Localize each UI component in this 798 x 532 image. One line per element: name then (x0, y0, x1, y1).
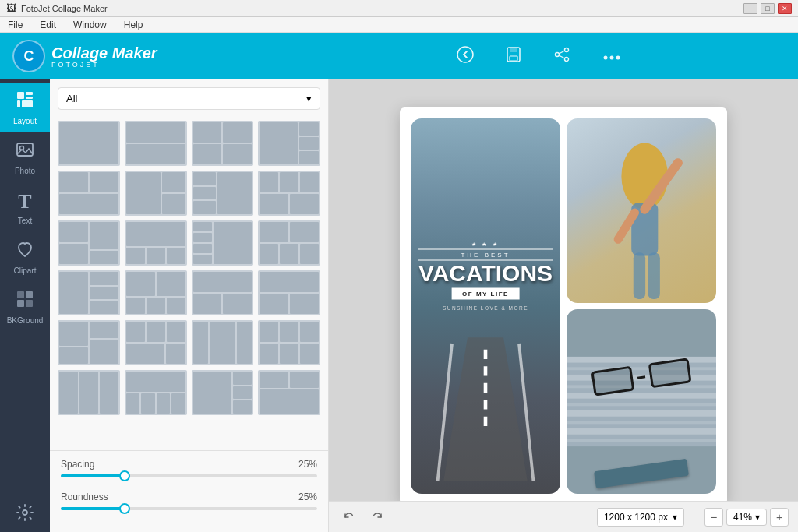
layout-thumb[interactable] (192, 370, 254, 415)
menu-edit[interactable]: Edit (37, 18, 59, 32)
layout-thumb[interactable] (125, 121, 187, 166)
redo-button[interactable] (366, 506, 388, 528)
lt-block (126, 122, 185, 143)
lt-block (167, 248, 185, 264)
menu-help[interactable]: Help (121, 18, 147, 32)
layout-thumb[interactable] (192, 270, 254, 315)
menu-window[interactable]: Window (70, 18, 110, 32)
lt-block (214, 222, 252, 264)
lt-block (59, 122, 118, 164)
roundness-slider-thumb[interactable] (119, 503, 130, 514)
size-selector[interactable]: 1200 x 1200 px ▾ (597, 508, 684, 527)
layout-thumb[interactable] (58, 370, 120, 415)
layout-thumb[interactable] (58, 320, 120, 365)
layout-thumb[interactable] (258, 370, 320, 415)
tool-bkground[interactable]: BKGround (0, 282, 50, 332)
lt-block (233, 386, 252, 400)
svg-rect-2 (510, 48, 517, 52)
lt-block (157, 272, 185, 296)
lt-block (290, 372, 319, 388)
tool-bkground-label: BKGround (7, 316, 44, 325)
layout-thumb[interactable] (192, 320, 254, 365)
spacing-label-row: Spacing 25% (61, 459, 317, 470)
lt-block (126, 322, 145, 342)
lt-block (126, 272, 155, 296)
tool-clipart[interactable]: Clipart (0, 232, 50, 282)
lt-block (260, 122, 298, 164)
settings-button[interactable] (0, 493, 50, 532)
svg-rect-3 (510, 56, 517, 61)
lt-block (193, 372, 231, 414)
layout-row-1 (58, 121, 320, 166)
of-my-life-text: OF MY LIFE (451, 287, 520, 299)
photo-glasses-cell[interactable] (567, 309, 716, 494)
undo-button[interactable] (338, 506, 360, 528)
lt-block (280, 344, 298, 364)
photo-girl-cell[interactable] (567, 118, 716, 303)
lt-block (223, 294, 252, 314)
layout-thumb[interactable] (192, 220, 254, 266)
lt-block (299, 122, 319, 136)
spacing-label: Spacing (61, 459, 94, 470)
layout-thumb[interactable] (58, 270, 120, 315)
layout-row-2 (58, 171, 320, 216)
logo-circle: C (12, 40, 45, 72)
lt-block (223, 144, 252, 164)
dropdown-value: All (66, 93, 77, 104)
share-button[interactable] (553, 46, 570, 67)
layout-thumb[interactable] (58, 121, 120, 166)
layout-filter-dropdown[interactable]: All ▾ (58, 87, 320, 110)
photo-road-cell[interactable]: ★ ★ ★ THE BEST VACATIONS OF MY LIFE SUNS… (411, 118, 560, 494)
layout-panel: All ▾ (50, 79, 329, 532)
layout-thumb[interactable] (125, 220, 187, 266)
spacing-slider-thumb[interactable] (119, 470, 130, 481)
layout-thumb[interactable] (258, 171, 320, 216)
roundness-slider-track[interactable] (61, 507, 317, 510)
lt-block (210, 322, 235, 364)
layout-thumb[interactable] (58, 171, 120, 216)
svg-point-28 (621, 143, 668, 210)
tool-layout[interactable]: Layout (0, 83, 50, 132)
lt-block (237, 322, 252, 364)
layout-thumb[interactable] (258, 121, 320, 166)
zoom-out-button[interactable]: − (704, 508, 723, 527)
lt-block (193, 122, 222, 143)
lt-block (147, 248, 165, 264)
layout-thumb[interactable] (125, 171, 187, 216)
lt-block (260, 272, 319, 292)
maximize-button[interactable]: □ (761, 3, 775, 14)
roundness-value: 25% (298, 491, 317, 502)
tool-text-label: Text (18, 217, 32, 225)
lt-block (126, 344, 164, 364)
layout-thumb[interactable] (125, 320, 187, 365)
more-button[interactable] (602, 48, 622, 65)
layout-thumb[interactable] (125, 370, 187, 415)
lt-block (193, 201, 217, 214)
svg-rect-33 (648, 253, 660, 300)
back-button[interactable] (457, 46, 474, 67)
zoom-value-display[interactable]: 41% ▾ (726, 509, 767, 526)
panel-header: All ▾ (50, 79, 328, 116)
lt-col (193, 122, 222, 164)
layout-thumb[interactable] (258, 220, 320, 266)
layout-thumb[interactable] (192, 171, 254, 216)
lt-block (141, 393, 154, 414)
save-button[interactable] (505, 46, 522, 67)
layout-thumb[interactable] (125, 270, 187, 315)
layout-thumb[interactable] (58, 220, 120, 266)
minimize-button[interactable]: ─ (743, 3, 757, 14)
lt-block (223, 122, 252, 143)
close-button[interactable]: ✕ (778, 3, 792, 14)
layout-thumb[interactable] (258, 320, 320, 365)
spacing-slider-track[interactable] (61, 474, 317, 477)
tool-text[interactable]: T Text (0, 182, 50, 232)
zoom-in-button[interactable]: + (770, 508, 789, 527)
tool-photo[interactable]: Photo (0, 132, 50, 182)
tool-clipart-label: Clipart (14, 266, 37, 275)
layout-thumb[interactable] (192, 121, 254, 166)
layout-thumb[interactable] (258, 270, 320, 315)
svg-point-23 (23, 510, 27, 515)
lt-block (299, 151, 319, 164)
menu-file[interactable]: File (5, 18, 26, 32)
lt-block (290, 222, 319, 242)
